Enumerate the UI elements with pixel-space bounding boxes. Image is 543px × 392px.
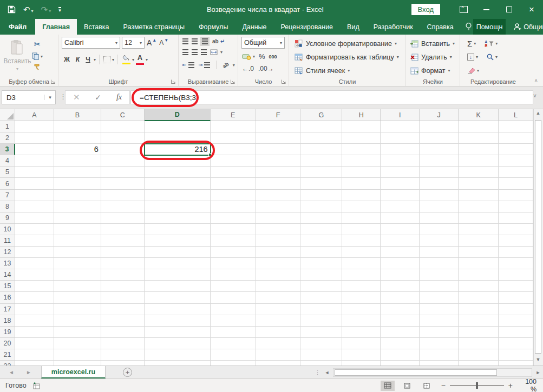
customize-quick-access-icon[interactable]: ▾: [58, 7, 61, 12]
autosum-button[interactable]: Σ▾: [467, 38, 476, 49]
fill-color-icon[interactable]: [121, 54, 131, 65]
cell-L13[interactable]: [499, 258, 533, 269]
row-header-12[interactable]: 12: [0, 247, 15, 258]
cell-E9[interactable]: [211, 212, 256, 224]
cell-A21[interactable]: [15, 349, 54, 361]
grow-font-button[interactable]: А▲: [146, 38, 157, 48]
font-name-select[interactable]: Calibri▾: [62, 37, 120, 49]
cell-J12[interactable]: [420, 247, 459, 258]
cell-C11[interactable]: [101, 235, 145, 247]
cell-B19[interactable]: [54, 327, 101, 338]
cell-F8[interactable]: [256, 201, 301, 212]
cell-C7[interactable]: [101, 190, 145, 201]
cell-B9[interactable]: [54, 212, 101, 224]
sheet-nav-right-icon[interactable]: ►: [26, 369, 31, 375]
row-header-10[interactable]: 10: [0, 224, 15, 235]
cell-G3[interactable]: [300, 144, 342, 155]
cell-I12[interactable]: [381, 247, 420, 258]
cell-J10[interactable]: [420, 224, 459, 235]
cell-L17[interactable]: [499, 304, 533, 315]
cell-F21[interactable]: [256, 349, 301, 361]
row-header-22[interactable]: 22: [0, 361, 15, 366]
cell-G9[interactable]: [300, 212, 342, 224]
cell-I20[interactable]: [381, 338, 420, 349]
cell-E6[interactable]: [211, 178, 256, 189]
cell-F9[interactable]: [256, 212, 301, 224]
cell-F7[interactable]: [256, 190, 301, 201]
cell-H8[interactable]: [342, 201, 381, 212]
cell-B8[interactable]: [54, 201, 101, 212]
cell-G17[interactable]: [300, 304, 342, 315]
cell-C2[interactable]: [101, 132, 145, 144]
cell-H9[interactable]: [342, 212, 381, 224]
cell-C19[interactable]: [101, 327, 145, 338]
cell-I6[interactable]: [381, 178, 420, 189]
cell-A9[interactable]: [15, 212, 54, 224]
currency-format-icon[interactable]: ▾: [241, 53, 256, 61]
cell-A19[interactable]: [15, 327, 54, 338]
cell-H19[interactable]: [342, 327, 381, 338]
cell-F1[interactable]: [256, 121, 301, 132]
cell-I3[interactable]: [381, 144, 420, 155]
borders-icon[interactable]: [103, 56, 111, 64]
cell-C10[interactable]: [101, 224, 145, 235]
maximize-button[interactable]: [498, 0, 520, 19]
cell-E2[interactable]: [211, 132, 256, 144]
cell-E19[interactable]: [211, 327, 256, 338]
cell-F3[interactable]: [256, 144, 301, 155]
tab-help[interactable]: Справка: [420, 19, 461, 35]
tab-formulas[interactable]: Формулы: [192, 19, 235, 35]
cell-J20[interactable]: [420, 338, 459, 349]
cell-B12[interactable]: [54, 247, 101, 258]
zoom-slider[interactable]: [450, 385, 504, 386]
cell-A2[interactable]: [15, 132, 54, 144]
cell-L7[interactable]: [499, 190, 533, 201]
cell-C4[interactable]: [101, 155, 145, 167]
cell-F17[interactable]: [256, 304, 301, 315]
cell-F5[interactable]: [256, 167, 301, 178]
column-header-E[interactable]: E: [211, 109, 256, 121]
cell-E20[interactable]: [211, 338, 256, 349]
cell-I14[interactable]: [381, 269, 420, 281]
cell-J8[interactable]: [420, 201, 459, 212]
cell-H3[interactable]: [342, 144, 381, 155]
merge-center-icon[interactable]: [210, 49, 218, 56]
cell-J1[interactable]: [420, 121, 459, 132]
cell-K4[interactable]: [459, 155, 499, 167]
cell-I15[interactable]: [381, 281, 420, 292]
cell-B5[interactable]: [54, 167, 101, 178]
cell-B21[interactable]: [54, 349, 101, 361]
cell-C12[interactable]: [101, 247, 145, 258]
cell-E3[interactable]: [211, 144, 256, 155]
align-top-icon[interactable]: [182, 38, 189, 45]
sort-filter-button[interactable]: АЯ ▾: [484, 39, 498, 48]
conditional-formatting-button[interactable]: Условное форматирование▾: [295, 37, 403, 50]
cell-B2[interactable]: [54, 132, 101, 144]
fill-color-caret[interactable]: ▾: [132, 57, 134, 62]
cell-L20[interactable]: [499, 338, 533, 349]
close-button[interactable]: ×: [520, 0, 543, 19]
cell-J6[interactable]: [420, 178, 459, 189]
cell-K21[interactable]: [459, 349, 499, 361]
cell-J9[interactable]: [420, 212, 459, 224]
cell-G14[interactable]: [300, 269, 342, 281]
cell-H14[interactable]: [342, 269, 381, 281]
tab-review[interactable]: Рецензирование: [274, 19, 341, 35]
cell-E22[interactable]: [211, 361, 256, 366]
cell-G11[interactable]: [300, 235, 342, 247]
cell-F18[interactable]: [256, 315, 301, 327]
cell-J17[interactable]: [420, 304, 459, 315]
cell-D2[interactable]: [145, 132, 211, 144]
cell-H17[interactable]: [342, 304, 381, 315]
cell-G22[interactable]: [300, 361, 342, 366]
cell-F22[interactable]: [256, 361, 301, 366]
collapse-ribbon-icon[interactable]: ˄: [534, 78, 538, 84]
cell-B18[interactable]: [54, 315, 101, 327]
cell-I5[interactable]: [381, 167, 420, 178]
cell-J2[interactable]: [420, 132, 459, 144]
comma-style-icon[interactable]: 000: [269, 54, 278, 60]
minimize-button[interactable]: [475, 0, 498, 19]
cell-E16[interactable]: [211, 292, 256, 303]
horizontal-scrollbar[interactable]: [333, 368, 532, 377]
number-dialog-launcher-icon[interactable]: [281, 79, 286, 84]
